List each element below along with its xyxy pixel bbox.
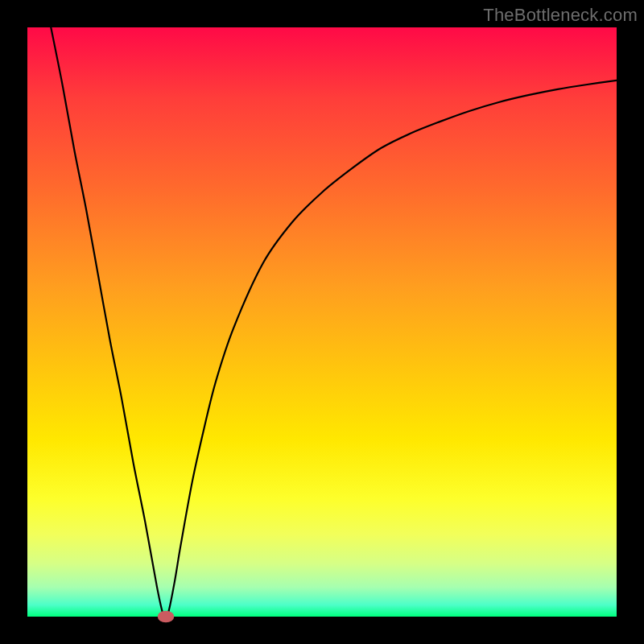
- plot-area: [27, 27, 617, 617]
- watermark-text: TheBottleneck.com: [483, 5, 638, 26]
- chart-frame: TheBottleneck.com: [0, 0, 644, 644]
- gradient-background: [27, 27, 617, 617]
